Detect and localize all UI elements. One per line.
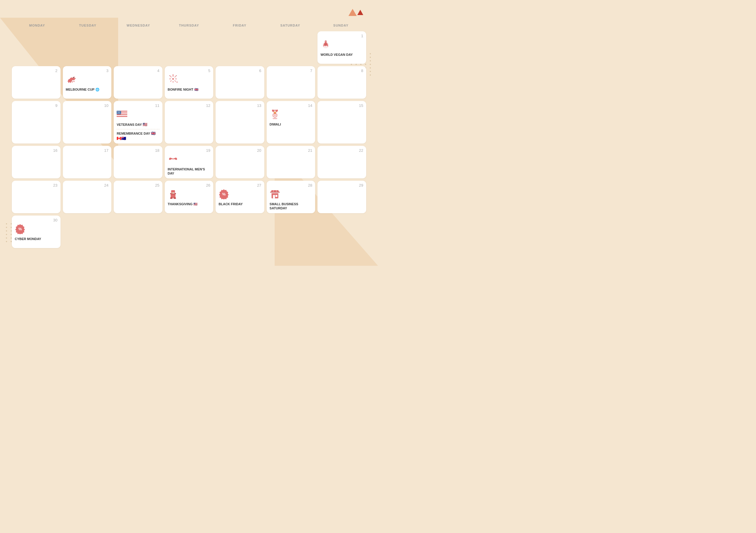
- day-name-friday: FRIDAY: [214, 22, 265, 29]
- empty-cell: [12, 31, 61, 64]
- cell-event-label: SMALL BUSINESS SATURDAY: [270, 202, 312, 211]
- svg-rect-4: [72, 81, 73, 82]
- svg-point-34: [119, 112, 120, 113]
- cell-event-label: INTERNATIONAL MEN'S DAY: [168, 167, 210, 176]
- cell-day-number: 23: [15, 183, 58, 188]
- cell-event-label: WORLD VEGAN DAY: [320, 53, 363, 57]
- cell-event-label: BLACK FRIDAY: [219, 202, 261, 206]
- svg-point-17: [170, 75, 170, 76]
- svg-point-37: [120, 113, 120, 114]
- svg-point-33: [118, 112, 119, 113]
- cell-day-number: 21: [270, 148, 312, 153]
- calendar-cell-19: 19 INTERNATIONAL MEN'S DAY: [165, 146, 213, 178]
- cell-day-number: 22: [320, 148, 363, 153]
- svg-point-16: [173, 74, 174, 76]
- calendar-cell-14: 14 DIWALI: [267, 101, 315, 144]
- vegan-icon: [320, 39, 363, 51]
- day-name-tuesday: TUESDAY: [62, 22, 113, 29]
- svg-point-36: [119, 113, 119, 114]
- day-name-thursday: THURSDAY: [164, 22, 214, 29]
- svg-text:%: %: [18, 227, 22, 231]
- svg-rect-47: [170, 197, 173, 199]
- empty-cell: [63, 31, 112, 64]
- calendar-cell-8: 8: [317, 66, 366, 99]
- svg-rect-3: [70, 82, 71, 83]
- cell-day-number: 29: [320, 183, 363, 188]
- calendar-cell-9: 9: [12, 101, 61, 144]
- cell-day-number: 26: [168, 183, 210, 188]
- calendar-cell-12: 12: [165, 101, 213, 144]
- logo-icon: [348, 9, 363, 16]
- calendar-cell-21: 21: [267, 146, 315, 178]
- cell-day-number: 5: [168, 68, 210, 73]
- empty-cell: [114, 31, 162, 64]
- mustache-icon: [168, 154, 210, 166]
- calendar-cell-15: 15: [317, 101, 366, 144]
- svg-line-13: [175, 81, 176, 82]
- svg-rect-54: [270, 192, 280, 192]
- calendar-cell-5: 5 BONFIRE NIGHT 🇬🇧: [165, 66, 213, 99]
- cell-day-number: 11: [117, 103, 159, 108]
- cell-event-label: MELBOURNE CUP 🌐: [66, 87, 109, 92]
- calendar-cell-25: 25: [114, 181, 162, 213]
- cell-day-number: 28: [270, 183, 312, 188]
- svg-point-35: [117, 113, 118, 114]
- veterans-day-label: VETERANS DAY 🇺🇸: [117, 122, 159, 127]
- discount-icon: %: [219, 189, 261, 201]
- cell-day-number: 18: [117, 148, 159, 153]
- veterans-day-icon: [117, 109, 159, 121]
- shop-icon: [270, 189, 312, 201]
- cell-day-number: 30: [15, 218, 58, 222]
- svg-rect-5: [73, 81, 74, 82]
- cell-day-number: 25: [117, 183, 159, 188]
- remembrance-section: REMEMBRANCE DAY 🇬🇧🇨🇦🇦🇺: [117, 129, 159, 141]
- calendar-cell-18: 18: [114, 146, 162, 178]
- svg-rect-29: [117, 111, 121, 114]
- cell-day-number: 4: [117, 68, 159, 73]
- cell-day-number: 24: [66, 183, 109, 188]
- cell-day-number: 16: [15, 148, 58, 153]
- day-name-wednesday: WEDNESDAY: [113, 22, 164, 29]
- calendar-header: MONDAYTUESDAYWEDNESDAYTHURSDAYFRIDAYSATU…: [12, 22, 366, 29]
- svg-point-41: [274, 115, 276, 116]
- calendar-cell-20: 20: [216, 146, 264, 178]
- svg-point-31: [119, 111, 119, 112]
- cell-day-number: 8: [320, 68, 363, 73]
- svg-line-12: [170, 76, 172, 77]
- calendar-cell-6: 6: [216, 66, 264, 99]
- calendar-cell-4: 4: [114, 66, 162, 99]
- svg-point-18: [176, 75, 176, 76]
- horse-icon: [66, 74, 109, 86]
- cell-event-label: CYBER MONDAY: [15, 237, 58, 241]
- cell-day-number: 9: [15, 103, 58, 108]
- calendar-cell-11: 11 VETERANS DAY 🇺🇸REMEMBRANCE DAY 🇬🇧🇨🇦🇦🇺: [114, 101, 162, 144]
- calendar-cell-17: 17: [63, 146, 112, 178]
- header: [12, 9, 366, 16]
- cell-day-number: 2: [15, 68, 58, 73]
- empty-cell: [267, 31, 315, 64]
- day-name-monday: MONDAY: [12, 22, 62, 29]
- diwali-icon: [270, 109, 312, 121]
- calendar-cell-28: 28 SMALL BUSINESS SATURDAY: [267, 181, 315, 213]
- calendar-cell-26: 26 THANKSGIVING 🇺🇸: [165, 181, 213, 213]
- calendar-cell-3: 3 MELBOURNE CUP 🌐: [63, 66, 112, 99]
- calendar-cell-1: 1 WORLD VEGAN DAY: [317, 31, 366, 64]
- empty-cell: [165, 31, 213, 64]
- cell-day-number: 6: [219, 68, 261, 73]
- cell-day-number: 19: [168, 148, 210, 153]
- svg-rect-25: [117, 114, 127, 115]
- svg-rect-27: [117, 116, 127, 117]
- svg-point-7: [172, 78, 174, 80]
- calendar: MONDAYTUESDAYWEDNESDAYTHURSDAYFRIDAYSATU…: [12, 22, 366, 248]
- cell-day-number: 15: [320, 103, 363, 108]
- svg-rect-52: [275, 195, 277, 197]
- svg-point-19: [176, 82, 177, 83]
- svg-line-15: [170, 81, 172, 82]
- svg-text:%: %: [222, 192, 226, 196]
- cell-day-number: 20: [219, 148, 261, 153]
- cell-event-label: BONFIRE NIGHT 🇬🇧: [168, 87, 210, 92]
- cell-day-number: 17: [66, 148, 109, 153]
- calendar-cell-27: 27 % BLACK FRIDAY: [216, 181, 264, 213]
- calendar-cell-10: 10: [63, 101, 112, 144]
- svg-rect-48: [173, 197, 176, 199]
